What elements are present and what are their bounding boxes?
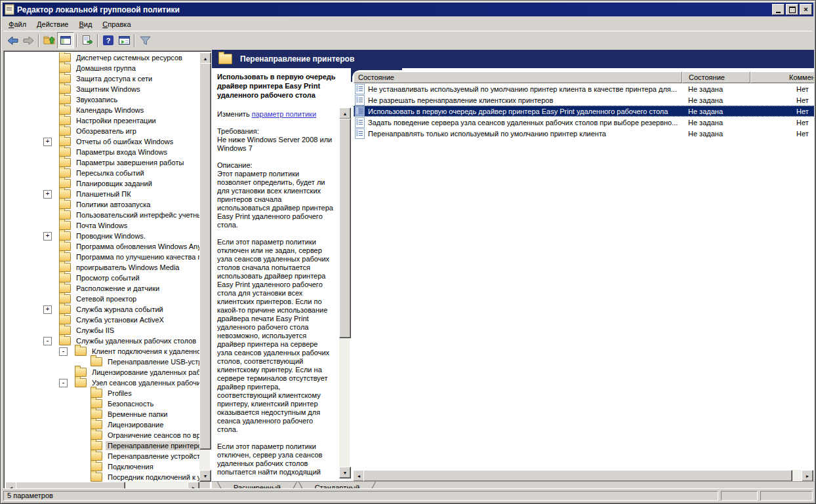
tree-item[interactable]: Лицензирование <box>5 419 199 430</box>
tree-item[interactable]: Перенаправление USB-устройс <box>5 357 199 367</box>
maximize-button[interactable] <box>786 4 798 15</box>
tree-item[interactable]: Ограничение сеансов по време <box>5 430 199 440</box>
tree-item[interactable]: Служба установки ActiveX <box>5 315 199 325</box>
policy-row[interactable]: Не разрешать перенаправление клиентских … <box>354 94 814 106</box>
tree-item-label: Временные папки <box>106 410 169 419</box>
maximize-icon <box>789 7 796 13</box>
export-list-button[interactable] <box>79 33 95 48</box>
tree-item[interactable]: Службы IIS <box>5 325 199 336</box>
tree-item[interactable]: -Клиент подключения к удаленном <box>5 346 199 357</box>
list-hscroll-thumb[interactable] <box>363 470 792 481</box>
menu-action[interactable]: Действие <box>31 19 73 29</box>
folder-icon <box>91 389 102 398</box>
description-vertical-scrollbar[interactable]: ▲ ▼ <box>339 107 350 478</box>
minimize-button[interactable] <box>772 4 785 15</box>
tree-item[interactable]: Диспетчер системных ресурсов <box>5 52 199 63</box>
tree-item[interactable]: Программа обновления Windows Anytim <box>5 241 199 252</box>
filter-button[interactable] <box>137 33 153 48</box>
folder-icon <box>91 431 102 440</box>
tree-item[interactable]: Параметры завершения работы <box>5 157 199 168</box>
scroll-right-icon[interactable]: ► <box>802 470 813 481</box>
policy-setting-link[interactable]: параметр политики <box>252 110 316 118</box>
result-pane: Перенаправление принтеров Использовать в… <box>212 50 814 481</box>
policy-row[interactable]: Не устанавливать используемый по умолчан… <box>354 83 814 94</box>
column-header-setting[interactable]: Состояние <box>354 71 682 83</box>
tree-item[interactable]: Посредник подключений к уда <box>5 472 199 482</box>
policy-row[interactable]: Задать поведение сервера узла сеансов уд… <box>354 117 814 128</box>
scroll-down-icon[interactable]: ▼ <box>339 467 351 478</box>
show-console-tree-button[interactable] <box>57 32 74 48</box>
column-header-comment[interactable]: Комментарий <box>750 71 814 83</box>
folder-icon <box>59 305 71 314</box>
policy-row[interactable]: Использовать в первую очередь драйвер пр… <box>354 106 814 117</box>
tree-item[interactable]: проигрыватель Windows Media <box>5 262 199 273</box>
column-header-state[interactable]: Состояние <box>682 71 750 83</box>
tree-item[interactable]: -Службы удаленных рабочих столов <box>5 336 199 346</box>
scroll-up-icon[interactable]: ▲ <box>339 107 351 119</box>
tree-item[interactable]: +Служба журнала событий <box>5 304 199 315</box>
tree-item-label: Profiles <box>106 389 134 398</box>
tree-vertical-scrollbar[interactable]: ▲ ▼ <box>199 52 210 482</box>
tree-item[interactable]: +Планшетный ПК <box>5 189 199 199</box>
folder-icon <box>91 441 102 450</box>
tree-item[interactable]: Расположение и датчики <box>5 283 199 294</box>
tree-vscroll-thumb[interactable] <box>199 63 211 450</box>
tree-item[interactable]: Подключения <box>5 461 199 472</box>
tree-item[interactable]: Домашняя группа <box>5 63 199 73</box>
tree-item[interactable]: Параметры входа Windows <box>5 147 199 157</box>
tree-item[interactable]: Настройки презентации <box>5 115 199 126</box>
help-button[interactable]: ? <box>100 33 116 48</box>
tree-item[interactable]: Почта Windows <box>5 220 199 231</box>
tree-item[interactable]: Пользовательский интерфейс учетных <box>5 210 199 220</box>
folder-icon <box>59 85 71 94</box>
folder-icon <box>59 74 71 83</box>
tree-item[interactable]: Пересылка событий <box>5 168 199 178</box>
forward-button[interactable] <box>20 33 36 48</box>
expand-icon[interactable]: + <box>43 305 52 314</box>
policy-name: Использовать в первую очередь драйвер пр… <box>368 107 668 115</box>
up-one-level-button[interactable] <box>41 33 57 48</box>
tree-item[interactable]: Сетевой проектор <box>5 294 199 304</box>
menu-view[interactable]: Вид <box>73 19 97 29</box>
expand-icon[interactable]: + <box>43 190 52 199</box>
tree-item[interactable]: Программа по улучшению качества пр <box>5 252 199 262</box>
tree-item[interactable]: Просмотр событий <box>5 273 199 283</box>
tree-item[interactable]: Перенаправление принтеров <box>5 440 199 451</box>
back-button[interactable] <box>5 33 20 48</box>
tree-item[interactable]: Перенаправление устройств и <box>5 451 199 461</box>
scroll-down-icon[interactable]: ▼ <box>199 470 211 482</box>
tree-item[interactable]: Безопасность <box>5 398 199 409</box>
tree-item-label: Перенаправление принтеров <box>106 441 199 450</box>
policy-row[interactable]: Перенаправлять только используемый по ум… <box>354 128 814 139</box>
tree-item[interactable]: Обозреватель игр <box>5 126 199 136</box>
tree-item[interactable]: Profiles <box>5 388 199 398</box>
tree-item[interactable]: Лицензирование удаленных рабоч <box>5 367 199 378</box>
tree-item-label: Диспетчер системных ресурсов <box>74 53 184 62</box>
close-button[interactable]: × <box>800 4 812 15</box>
tree-item[interactable]: Календарь Windows <box>5 105 199 115</box>
tree-item[interactable]: -Узел сеансов удаленных рабочих с <box>5 378 199 388</box>
expand-icon[interactable]: + <box>43 232 52 241</box>
folder-icon <box>59 137 71 146</box>
selected-policy-title: Использовать в первую очередь драйвер пр… <box>217 72 347 100</box>
tree-item[interactable]: Временные папки <box>5 409 199 419</box>
tree-item[interactable]: Звукозапись <box>5 94 199 105</box>
collapse-icon[interactable]: - <box>43 337 52 345</box>
new-window-button[interactable] <box>116 33 132 48</box>
menu-file[interactable]: Файл <box>3 19 31 29</box>
title-bar[interactable]: Редактор локальной групповой политики × <box>3 3 813 16</box>
tree-item[interactable]: Защитник Windows <box>5 84 199 94</box>
folder-icon <box>59 210 71 220</box>
tree-item[interactable]: Защита доступа к сети <box>5 73 199 84</box>
description-label: Описание: <box>217 161 334 170</box>
tree-item[interactable]: Политики автозапуска <box>5 199 199 210</box>
tree-item[interactable]: Планировщик заданий <box>5 178 199 189</box>
tree-item[interactable]: +Проводник Windows. <box>5 231 199 241</box>
expand-icon[interactable]: + <box>43 138 52 146</box>
tree-item[interactable]: +Отчеты об ошибках Windows <box>5 136 199 147</box>
collapse-icon[interactable]: - <box>59 379 68 387</box>
menu-help[interactable]: Справка <box>97 19 136 29</box>
collapse-icon[interactable]: - <box>59 347 68 356</box>
description-vscroll-thumb[interactable] <box>339 119 351 338</box>
list-horizontal-scrollbar[interactable]: ◄ ► <box>353 470 813 480</box>
